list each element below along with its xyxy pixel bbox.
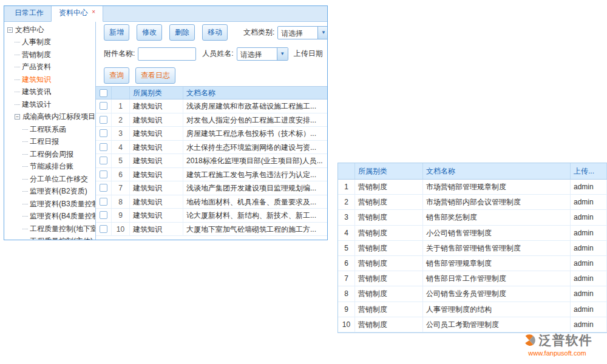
tree-item[interactable]: −成渝高铁内江标段项目	[7, 111, 95, 124]
tree-item[interactable]: 监理资料(B4质量控制)	[7, 211, 95, 223]
close-icon[interactable]: ×	[92, 8, 95, 15]
row-doc-name: 对发包人指定分包的工程施工进度安排...	[183, 113, 327, 127]
brand-url[interactable]: www.fanpusoft.com	[509, 349, 605, 357]
row-category: 营销制度	[355, 317, 423, 332]
chevron-down-icon[interactable]: ▼	[277, 48, 288, 60]
row-number: 4	[338, 226, 355, 240]
tree-item[interactable]: 产品资料	[7, 61, 95, 74]
tree-item[interactable]: 工程联系函	[7, 123, 95, 136]
row-number: 8	[112, 195, 130, 209]
checkbox-cell	[96, 99, 112, 113]
row-uploader: admin	[571, 241, 607, 255]
table-row[interactable]: 4营销制度小公司销售管理制度admin	[338, 226, 607, 241]
row-checkbox[interactable]	[100, 184, 107, 192]
row-doc-name: 人事管理制度的结构	[423, 302, 571, 317]
row-checkbox[interactable]	[100, 102, 107, 110]
filter-row: 附件名称: 人员姓名: 请选择 ▼ 上传日期	[96, 43, 327, 64]
table-row[interactable]: 8建筑知识地砖地面材料、机具准备、质量要求及...	[96, 195, 327, 209]
table-row[interactable]: 4建筑知识水土保持生态环境监测网络的建设与资...	[96, 141, 327, 155]
person-select[interactable]: 请选择 ▼	[237, 47, 288, 61]
table-row[interactable]: 1营销制度市场营销部管理规章制度admin	[338, 180, 607, 195]
chevron-down-icon[interactable]: ▼	[317, 27, 327, 39]
row-number: 9	[338, 302, 355, 317]
category-select[interactable]: 请选择 ▼	[277, 26, 327, 39]
row-checkbox[interactable]	[100, 211, 107, 219]
row-checkbox[interactable]	[100, 129, 107, 137]
row-number: 8	[338, 286, 355, 301]
row-number: 6	[112, 168, 130, 181]
tab-daily-work[interactable]: 日常工作	[7, 5, 51, 21]
table-row[interactable]: 8营销制度公司销售业务员管理制度admin	[338, 286, 607, 302]
tree-item[interactable]: 营销制度	[7, 49, 95, 61]
category-label: 文档类别:	[243, 27, 274, 38]
tree-branch-line	[22, 216, 28, 217]
table-row[interactable]: 2营销制度市场营销部内部会议管理制度admin	[338, 195, 607, 210]
table-row[interactable]: 2建筑知识对发包人指定分包的工程施工进度安排...	[96, 113, 327, 127]
tree-item[interactable]: 节能减排台账	[7, 161, 95, 174]
tree-item[interactable]: −文档中心	[7, 24, 95, 36]
table-row[interactable]: 6建筑知识建筑工程施工发包与承包违法行为认定...	[96, 168, 327, 182]
tree-item[interactable]: 监理资料(B2资质)	[7, 186, 95, 198]
tree-item[interactable]: 工程日报	[7, 136, 95, 149]
table-row[interactable]: 5建筑知识2018标准化监理项目部(业主项目部)人员...	[96, 154, 327, 168]
row-category: 营销制度	[355, 256, 423, 271]
row-uploader: admin	[571, 226, 607, 240]
person-name-label: 人员姓名:	[202, 49, 233, 59]
brand-name: 泛普软件	[539, 332, 592, 349]
table-row[interactable]: 6营销制度销售部管理规章制度admin	[338, 256, 607, 271]
row-doc-name: 浅谈地产集团开发建设项目监理规划编...	[183, 181, 327, 195]
category-header: 所属别类	[355, 163, 423, 179]
row-doc-name: 建筑工程施工发包与承包违法行为认定...	[183, 168, 327, 181]
add-button[interactable]: 新增	[104, 24, 129, 41]
row-number: 4	[112, 141, 130, 154]
checkbox-cell	[96, 195, 112, 209]
table-row[interactable]: 1建筑知识浅谈房屋建筑和市政基础设施工程施工...	[96, 99, 327, 113]
query-button[interactable]: 查询	[104, 67, 129, 84]
collapse-icon[interactable]: −	[7, 27, 13, 33]
tree-item[interactable]: 建筑知识	[7, 73, 95, 86]
tree-branch-line	[22, 179, 28, 180]
move-button[interactable]: 移动	[202, 24, 228, 41]
select-all-checkbox[interactable]	[100, 89, 107, 97]
tree-item-label: 工程日报	[30, 136, 59, 147]
checkbox-cell	[96, 127, 112, 140]
tree-branch-line	[15, 104, 20, 105]
tree-item[interactable]: 工程质量控制(主体)	[7, 235, 95, 240]
tree-item[interactable]: 人事制度	[7, 36, 95, 49]
tree-item[interactable]: 工程质量控制(地下室)	[7, 223, 95, 235]
tree-item[interactable]: 分工单位工作移交	[7, 173, 95, 186]
branding: 泛普软件 www.fanpusoft.com	[509, 332, 605, 357]
tree-item[interactable]: 工程例会周报	[7, 148, 95, 161]
tab-data-center[interactable]: 资料中心 ×	[51, 5, 103, 22]
row-checkbox[interactable]	[100, 170, 107, 178]
row-checkbox[interactable]	[100, 225, 107, 233]
tree-item[interactable]: 监理资料(B3质量控制)	[7, 198, 95, 211]
person-selected-value: 请选择	[237, 48, 277, 60]
row-doc-name: 市场营销部内部会议管理制度	[423, 195, 571, 209]
table-row[interactable]: 7营销制度销售部日常工作管理制度admin	[338, 271, 607, 286]
table-row[interactable]: 10营销制度公司员工考勤管理制度admin	[338, 317, 607, 332]
row-checkbox[interactable]	[100, 116, 107, 124]
table-row[interactable]: 5营销制度关于销售部管理销售管理制度admin	[338, 241, 607, 256]
row-category: 建筑知识	[130, 168, 183, 181]
row-category: 建筑知识	[130, 181, 183, 195]
table-row[interactable]: 9建筑知识论大厦新材料、新结构、新技术、新工...	[96, 209, 327, 223]
table-row[interactable]: 3营销制度销售部奖惩制度admin	[338, 210, 607, 225]
table-row[interactable]: 10建筑知识大厦地下室加气砼墙砌筑工程的施工方...	[96, 223, 327, 237]
tree-item[interactable]: 建筑设计	[7, 98, 95, 111]
table-row[interactable]: 7建筑知识浅谈地产集团开发建设项目监理规划编...	[96, 181, 327, 195]
view-log-button[interactable]: 查看日志	[135, 67, 175, 84]
row-number: 6	[338, 256, 355, 271]
table-row[interactable]: 9营销制度人事管理制度的结构admin	[338, 302, 607, 317]
row-checkbox[interactable]	[100, 198, 107, 206]
attachment-name-input[interactable]	[138, 47, 196, 61]
row-uploader: admin	[571, 180, 607, 194]
modify-button[interactable]: 修改	[137, 24, 162, 41]
collapse-icon[interactable]: −	[15, 114, 20, 120]
row-checkbox[interactable]	[100, 157, 107, 164]
table-row[interactable]: 3建筑知识房屋建筑工程总承包投标书（技术标）...	[96, 127, 327, 141]
tree-item[interactable]: 建筑资讯	[7, 86, 95, 99]
delete-button[interactable]: 删除	[169, 24, 195, 41]
row-doc-name: 销售部日常工作管理制度	[423, 271, 571, 286]
row-checkbox[interactable]	[100, 143, 107, 151]
